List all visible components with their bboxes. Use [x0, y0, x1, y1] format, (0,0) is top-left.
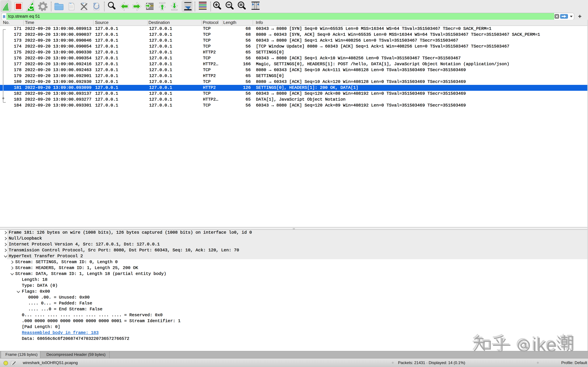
svg-text:ike: ike: [533, 334, 557, 354]
